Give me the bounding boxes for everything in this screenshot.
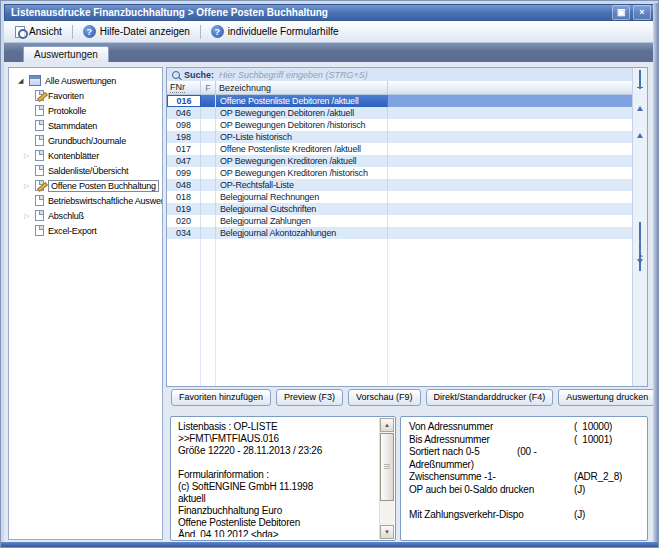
toolbar-separator	[72, 25, 73, 39]
parameter-line	[409, 496, 647, 509]
table-row[interactable]: 020 Belegjournal Zahlungen	[167, 215, 632, 227]
scrollbar-thumb[interactable]	[380, 433, 394, 501]
search-placeholder: Hier Suchbegriff eingeben (STRG+S)	[219, 70, 368, 80]
tree-collapsed-icon: ▷	[24, 182, 35, 189]
parameter-line: OP auch bei 0-Saldo drucken (J)	[409, 484, 647, 497]
tree-item-kontenblaetter[interactable]: ▷ Kontenblätter	[9, 148, 162, 163]
tree-collapsed-icon: ▷	[24, 212, 35, 219]
all-evaluations-icon	[29, 75, 41, 86]
info-scrollbar[interactable]: ▲ ▼	[379, 418, 394, 539]
toolbar: Ansicht Hilfe-Datei anzeigen individuell…	[4, 21, 655, 43]
tree-item-excel-export[interactable]: Excel-Export	[9, 223, 162, 238]
table-row[interactable]: 017 Offene Postenliste Kreditoren /aktue…	[167, 143, 632, 155]
tree-expanded-icon: ◢	[18, 77, 29, 84]
table-row[interactable]: 019 Belegjournal Gutschriften	[167, 203, 632, 215]
form-info-panel: Listenbasis : OP-LISTE >>FMT\FMTFIAUS.01…	[170, 416, 396, 541]
direct-printer-button[interactable]: Direkt/Standarddrucker (F4)	[426, 389, 554, 406]
table-row[interactable]: 018 Belegjournal Rechnungen	[167, 191, 632, 203]
parameter-line: Mit Zahlungsverkehr-Dispo (J)	[409, 509, 647, 522]
scroll-up-icon[interactable]	[637, 116, 643, 134]
forms-grid: FNr F Bezeichnung 016 Offene Postenliste…	[167, 81, 632, 386]
tree-item-saldenliste-uebersicht[interactable]: Saldenliste/Übersicht	[9, 163, 162, 178]
filter-icon[interactable]	[637, 264, 643, 282]
formularhilfe-label: individuelle Formularhilfe	[228, 26, 339, 37]
parameters-panel: Von Adressnummer ( 10000) Bis Adressnumm…	[400, 416, 648, 541]
parameter-line: Von Adressnummer ( 10000)	[409, 421, 647, 434]
tree-item-stammdaten[interactable]: Stammdaten	[9, 118, 162, 133]
search-label: Suche:	[184, 70, 214, 80]
tab-auswertungen[interactable]: Auswertungen	[23, 46, 109, 62]
tree-item-grundbuch-journale[interactable]: Grundbuch/Journale	[9, 133, 162, 148]
app-window: Listenausdrucke Finanzbuchhaltung > Offe…	[0, 0, 659, 548]
vorschau-button[interactable]: Vorschau (F9)	[348, 389, 421, 406]
column-header-fnr[interactable]: FNr	[167, 81, 201, 94]
titlebar: Listenausdrucke Finanzbuchhaltung > Offe…	[4, 4, 655, 21]
ansicht-button[interactable]: Ansicht	[8, 23, 69, 41]
table-row-selected[interactable]: 016 Offene Postenliste Debitoren /aktuel…	[167, 95, 632, 107]
document-icon	[35, 195, 44, 206]
print-evaluation-button[interactable]: Auswertung drucken	[558, 389, 656, 406]
parameter-line: Zwischensumme -1- (ADR_2_8)	[409, 471, 647, 484]
document-icon	[35, 105, 44, 116]
table-row[interactable]: 034 Belegjournal Akontozahlungen	[167, 227, 632, 239]
forms-table-panel: Suche: Hier Suchbegriff eingeben (STRG+S…	[166, 67, 648, 387]
window-right-edge	[653, 3, 658, 547]
scrollbar-up-button[interactable]: ▲	[380, 418, 394, 432]
window-title: Listenausdrucke Finanzbuchhaltung > Offe…	[11, 7, 609, 18]
table-row[interactable]: 098 OP Bewegungen Debitoren /historisch	[167, 119, 632, 131]
document-icon	[35, 150, 44, 161]
tree-item-favoriten[interactable]: Favoriten	[9, 88, 162, 103]
document-icon	[35, 135, 44, 146]
search-icon	[172, 71, 180, 79]
hilfe-datei-label: Hilfe-Datei anzeigen	[100, 26, 190, 37]
document-icon	[35, 225, 44, 236]
add-favorites-button[interactable]: Favoriten hinzufügen	[171, 389, 271, 406]
tree-item-protokolle[interactable]: Protokolle	[9, 103, 162, 118]
table-row[interactable]: 047 OP Bewegungen Kreditoren /aktuell	[167, 155, 632, 167]
toolbar-separator	[200, 25, 201, 39]
restore-button[interactable]: ▣	[612, 5, 630, 20]
column-header-bezeichnung[interactable]: Bezeichnung	[216, 81, 388, 94]
selected-tree-label: Offene Posten Buchhaltung	[48, 180, 159, 192]
form-info-text: Listenbasis : OP-LISTE >>FMT\FMTFIAUS.01…	[178, 421, 377, 537]
help-icon	[211, 25, 224, 38]
table-empty-area	[167, 239, 632, 386]
help-icon	[83, 25, 96, 38]
window-bottom-edge	[1, 542, 658, 547]
favorites-icon	[35, 90, 44, 101]
table-row[interactable]: 048 OP-Rechtsfall-Liste	[167, 179, 632, 191]
table-row[interactable]: 099 OP Bewegungen Kreditoren /historisch	[167, 167, 632, 179]
search-input[interactable]: Suche: Hier Suchbegriff eingeben (STRG+S…	[167, 68, 632, 82]
document-icon	[35, 210, 44, 221]
column-header-f[interactable]: F	[201, 81, 216, 94]
scroll-to-top-icon[interactable]	[637, 87, 643, 107]
document-icon	[35, 120, 44, 131]
table-row[interactable]: 046 OP Bewegungen Debitoren /aktuell	[167, 107, 632, 119]
table-header-row: FNr F Bezeichnung	[167, 81, 632, 95]
edit-document-icon	[35, 180, 44, 191]
scrollbar-down-button[interactable]: ▼	[380, 525, 394, 539]
evaluations-tree-panel: ◢ Alle Auswertungen Favoriten Protokolle…	[8, 67, 163, 540]
ansicht-label: Ansicht	[29, 26, 62, 37]
parameter-line: Bis Adressnummer ( 10001)	[409, 434, 647, 447]
hilfe-datei-button[interactable]: Hilfe-Datei anzeigen	[76, 23, 197, 41]
main-content: ◢ Alle Auswertungen Favoriten Protokolle…	[4, 62, 654, 542]
preview-icon	[15, 26, 25, 38]
action-button-row: Favoriten hinzufügen Preview (F3) Vorsch…	[171, 389, 656, 406]
tree-item-offene-posten-buchhaltung[interactable]: ▷ Offene Posten Buchhaltung	[9, 178, 162, 193]
close-button[interactable]: ×	[633, 5, 651, 20]
parameter-line: Adreßnummer)	[409, 459, 647, 472]
tree-item-abschluss[interactable]: ▷ Abschluß	[9, 208, 162, 223]
tree-item-betriebswirtschaftliche-auswertungen[interactable]: Betriebswirtschaftliche Auswertungen	[9, 193, 162, 208]
document-icon	[35, 165, 44, 176]
preview-button[interactable]: Preview (F3)	[276, 389, 343, 406]
column-header-empty[interactable]	[388, 81, 632, 94]
tab-strip: Auswertungen	[4, 43, 655, 62]
formularhilfe-button[interactable]: individuelle Formularhilfe	[204, 23, 346, 41]
table-side-toolbar	[632, 68, 647, 386]
tree-root-alle-auswertungen[interactable]: ◢ Alle Auswertungen	[9, 73, 162, 88]
table-row[interactable]: 198 OP-Liste historisch	[167, 131, 632, 143]
tree-collapsed-icon: ▷	[24, 152, 35, 159]
parameter-line: Sortiert nach 0-5 (00 -	[409, 446, 647, 459]
